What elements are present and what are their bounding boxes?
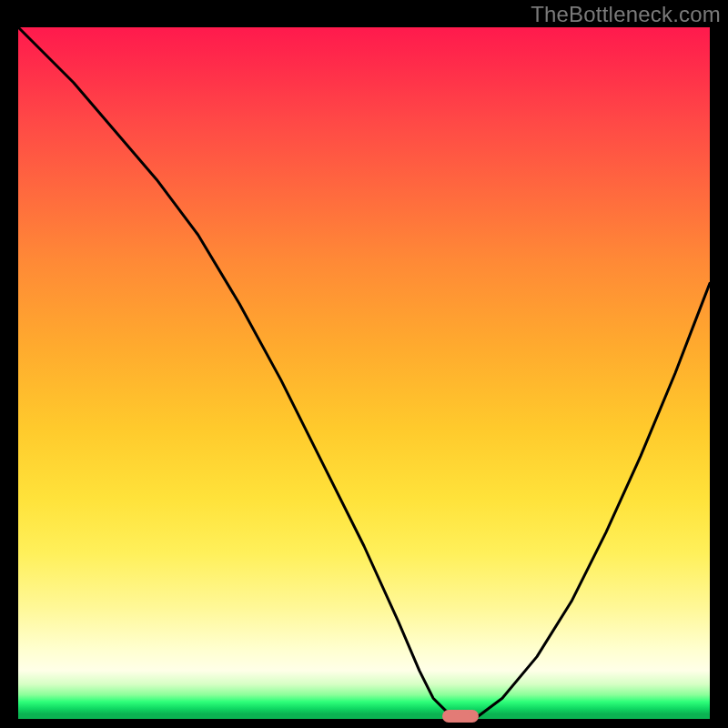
bottleneck-curve bbox=[18, 27, 710, 719]
chart-frame: TheBottleneck.com bbox=[0, 0, 728, 728]
optimal-point-marker bbox=[442, 710, 479, 723]
gradient-plot-area bbox=[18, 27, 710, 719]
watermark-text: TheBottleneck.com bbox=[531, 2, 721, 27]
